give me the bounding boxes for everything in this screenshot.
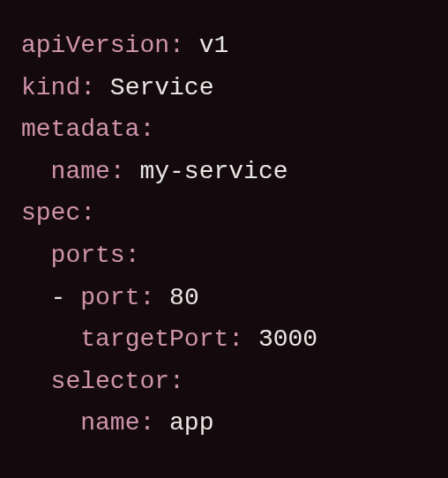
line-ports: ports:	[21, 242, 139, 269]
key-selector: selector	[51, 368, 169, 395]
value-kind: Service	[110, 74, 214, 101]
key-kind: kind	[21, 74, 80, 101]
value-apiversion: v1	[199, 32, 229, 59]
line-apiversion: apiVersion: v1	[21, 32, 228, 59]
line-spec: spec:	[21, 199, 95, 227]
key-ports: ports	[51, 242, 125, 269]
key-selector-name: name	[80, 409, 139, 437]
key-metadata-name: name	[51, 158, 110, 185]
line-selector: selector:	[21, 368, 184, 395]
line-kind: kind: Service	[21, 74, 213, 101]
line-metadata-name: name: my-service	[21, 158, 287, 185]
key-apiversion: apiVersion	[21, 32, 169, 59]
value-selector-name: app	[169, 409, 213, 437]
line-selector-name: name: app	[21, 409, 213, 437]
line-metadata: metadata:	[21, 116, 154, 143]
value-port: 80	[169, 284, 199, 311]
line-port: - port: 80	[21, 284, 199, 311]
key-spec: spec	[21, 199, 80, 227]
key-metadata: metadata	[21, 116, 139, 143]
line-targetport: targetPort: 3000	[21, 325, 317, 353]
value-metadata-name: my-service	[139, 158, 287, 185]
value-targetport: 3000	[258, 325, 317, 353]
dash-icon: -	[51, 284, 66, 311]
key-targetport: targetPort	[80, 325, 228, 353]
key-port: port	[80, 284, 139, 311]
yaml-code-block: apiVersion: v1 kind: Service metadata: n…	[0, 0, 448, 469]
